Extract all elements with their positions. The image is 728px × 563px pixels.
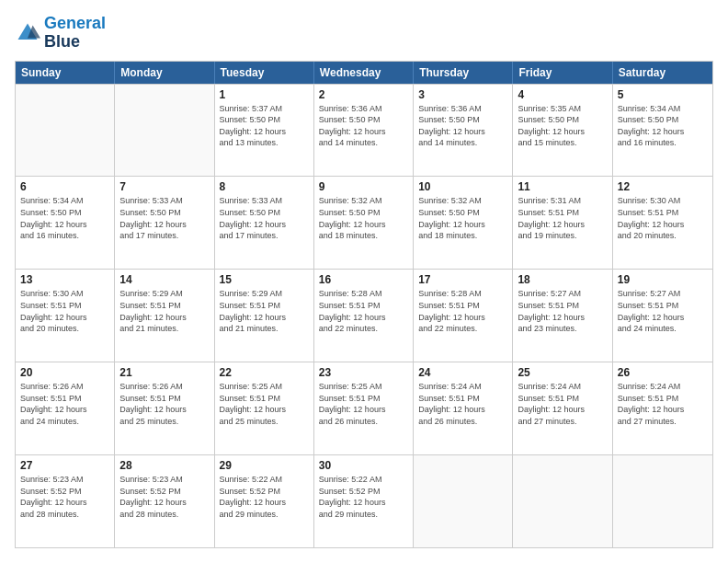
day-number: 22 — [220, 366, 309, 379]
day-number: 30 — [319, 459, 408, 472]
day-cell-10: 10Sunrise: 5:32 AM Sunset: 5:50 PM Dayli… — [414, 177, 513, 269]
day-number: 24 — [418, 366, 507, 379]
day-cell-empty — [16, 85, 115, 177]
calendar-row-5: 27Sunrise: 5:23 AM Sunset: 5:52 PM Dayli… — [16, 454, 712, 547]
day-cell-empty — [613, 455, 712, 547]
day-number: 13 — [20, 273, 109, 286]
header-day-thursday: Thursday — [414, 62, 513, 84]
logo-icon — [15, 20, 40, 46]
day-info: Sunrise: 5:24 AM Sunset: 5:51 PM Dayligh… — [518, 381, 607, 427]
day-info: Sunrise: 5:30 AM Sunset: 5:51 PM Dayligh… — [618, 195, 708, 241]
day-info: Sunrise: 5:24 AM Sunset: 5:51 PM Dayligh… — [418, 381, 507, 427]
header-day-saturday: Saturday — [613, 62, 712, 84]
day-info: Sunrise: 5:23 AM Sunset: 5:52 PM Dayligh… — [20, 474, 109, 520]
day-number: 11 — [518, 180, 607, 193]
day-info: Sunrise: 5:32 AM Sunset: 5:50 PM Dayligh… — [418, 195, 507, 241]
day-cell-24: 24Sunrise: 5:24 AM Sunset: 5:51 PM Dayli… — [414, 362, 513, 454]
day-number: 12 — [618, 180, 708, 193]
day-info: Sunrise: 5:30 AM Sunset: 5:51 PM Dayligh… — [20, 288, 109, 334]
day-number: 1 — [220, 88, 309, 101]
day-info: Sunrise: 5:22 AM Sunset: 5:52 PM Dayligh… — [220, 474, 309, 520]
day-info: Sunrise: 5:34 AM Sunset: 5:50 PM Dayligh… — [618, 103, 708, 149]
header-day-sunday: Sunday — [16, 62, 115, 84]
day-cell-28: 28Sunrise: 5:23 AM Sunset: 5:52 PM Dayli… — [115, 455, 214, 547]
day-cell-21: 21Sunrise: 5:26 AM Sunset: 5:51 PM Dayli… — [115, 362, 214, 454]
day-cell-7: 7Sunrise: 5:33 AM Sunset: 5:50 PM Daylig… — [115, 177, 214, 269]
day-info: Sunrise: 5:27 AM Sunset: 5:51 PM Dayligh… — [518, 288, 607, 334]
day-number: 3 — [418, 88, 507, 101]
day-number: 28 — [119, 459, 209, 472]
day-cell-27: 27Sunrise: 5:23 AM Sunset: 5:52 PM Dayli… — [16, 455, 115, 547]
day-cell-empty — [513, 455, 612, 547]
day-number: 16 — [319, 273, 408, 286]
day-cell-14: 14Sunrise: 5:29 AM Sunset: 5:51 PM Dayli… — [115, 270, 214, 362]
day-number: 29 — [220, 459, 309, 472]
day-cell-8: 8Sunrise: 5:33 AM Sunset: 5:50 PM Daylig… — [215, 177, 314, 269]
day-cell-6: 6Sunrise: 5:34 AM Sunset: 5:50 PM Daylig… — [16, 177, 115, 269]
day-number: 25 — [518, 366, 607, 379]
day-info: Sunrise: 5:24 AM Sunset: 5:51 PM Dayligh… — [618, 381, 708, 427]
day-number: 23 — [319, 366, 408, 379]
calendar-body: 1Sunrise: 5:37 AM Sunset: 5:50 PM Daylig… — [16, 84, 712, 547]
day-number: 14 — [119, 273, 209, 286]
day-info: Sunrise: 5:29 AM Sunset: 5:51 PM Dayligh… — [220, 288, 309, 334]
day-number: 10 — [418, 180, 507, 193]
day-cell-29: 29Sunrise: 5:22 AM Sunset: 5:52 PM Dayli… — [215, 455, 314, 547]
day-cell-20: 20Sunrise: 5:26 AM Sunset: 5:51 PM Dayli… — [16, 362, 115, 454]
day-cell-1: 1Sunrise: 5:37 AM Sunset: 5:50 PM Daylig… — [215, 85, 314, 177]
day-number: 21 — [119, 366, 209, 379]
day-info: Sunrise: 5:37 AM Sunset: 5:50 PM Dayligh… — [220, 103, 309, 149]
logo: General Blue — [15, 15, 106, 52]
day-number: 4 — [518, 88, 607, 101]
day-number: 5 — [618, 88, 708, 101]
day-info: Sunrise: 5:36 AM Sunset: 5:50 PM Dayligh… — [319, 103, 408, 149]
header-day-tuesday: Tuesday — [215, 62, 314, 84]
day-cell-19: 19Sunrise: 5:27 AM Sunset: 5:51 PM Dayli… — [613, 270, 712, 362]
day-number: 18 — [518, 273, 607, 286]
day-info: Sunrise: 5:28 AM Sunset: 5:51 PM Dayligh… — [418, 288, 507, 334]
day-info: Sunrise: 5:28 AM Sunset: 5:51 PM Dayligh… — [319, 288, 408, 334]
day-cell-22: 22Sunrise: 5:25 AM Sunset: 5:51 PM Dayli… — [215, 362, 314, 454]
header-day-monday: Monday — [115, 62, 214, 84]
day-number: 27 — [20, 459, 109, 472]
calendar: SundayMondayTuesdayWednesdayThursdayFrid… — [15, 61, 713, 548]
day-cell-16: 16Sunrise: 5:28 AM Sunset: 5:51 PM Dayli… — [314, 270, 414, 362]
day-info: Sunrise: 5:33 AM Sunset: 5:50 PM Dayligh… — [220, 195, 309, 241]
day-info: Sunrise: 5:25 AM Sunset: 5:51 PM Dayligh… — [220, 381, 309, 427]
day-number: 2 — [319, 88, 408, 101]
day-info: Sunrise: 5:36 AM Sunset: 5:50 PM Dayligh… — [418, 103, 507, 149]
day-cell-empty — [414, 455, 513, 547]
day-cell-26: 26Sunrise: 5:24 AM Sunset: 5:51 PM Dayli… — [613, 362, 712, 454]
day-cell-18: 18Sunrise: 5:27 AM Sunset: 5:51 PM Dayli… — [513, 270, 612, 362]
day-number: 9 — [319, 180, 408, 193]
calendar-header: SundayMondayTuesdayWednesdayThursdayFrid… — [16, 62, 712, 84]
header-day-friday: Friday — [513, 62, 612, 84]
day-number: 20 — [20, 366, 109, 379]
day-info: Sunrise: 5:26 AM Sunset: 5:51 PM Dayligh… — [20, 381, 109, 427]
day-cell-3: 3Sunrise: 5:36 AM Sunset: 5:50 PM Daylig… — [414, 85, 513, 177]
day-cell-15: 15Sunrise: 5:29 AM Sunset: 5:51 PM Dayli… — [215, 270, 314, 362]
day-cell-empty — [115, 85, 214, 177]
page: General Blue SundayMondayTuesdayWednesda… — [0, 0, 728, 563]
day-number: 26 — [618, 366, 708, 379]
calendar-row-3: 13Sunrise: 5:30 AM Sunset: 5:51 PM Dayli… — [16, 269, 712, 362]
day-number: 17 — [418, 273, 507, 286]
header-day-wednesday: Wednesday — [314, 62, 414, 84]
day-cell-4: 4Sunrise: 5:35 AM Sunset: 5:50 PM Daylig… — [513, 85, 612, 177]
day-info: Sunrise: 5:29 AM Sunset: 5:51 PM Dayligh… — [119, 288, 209, 334]
day-info: Sunrise: 5:32 AM Sunset: 5:50 PM Dayligh… — [319, 195, 408, 241]
day-cell-30: 30Sunrise: 5:22 AM Sunset: 5:52 PM Dayli… — [314, 455, 414, 547]
calendar-row-2: 6Sunrise: 5:34 AM Sunset: 5:50 PM Daylig… — [16, 176, 712, 269]
day-cell-12: 12Sunrise: 5:30 AM Sunset: 5:51 PM Dayli… — [613, 177, 712, 269]
day-number: 19 — [618, 273, 708, 286]
day-cell-9: 9Sunrise: 5:32 AM Sunset: 5:50 PM Daylig… — [314, 177, 414, 269]
day-info: Sunrise: 5:31 AM Sunset: 5:51 PM Dayligh… — [518, 195, 607, 241]
calendar-row-4: 20Sunrise: 5:26 AM Sunset: 5:51 PM Dayli… — [16, 362, 712, 454]
day-info: Sunrise: 5:35 AM Sunset: 5:50 PM Dayligh… — [518, 103, 607, 149]
day-number: 8 — [220, 180, 309, 193]
day-info: Sunrise: 5:33 AM Sunset: 5:50 PM Dayligh… — [119, 195, 209, 241]
logo-text: General Blue — [44, 15, 106, 52]
calendar-row-1: 1Sunrise: 5:37 AM Sunset: 5:50 PM Daylig… — [16, 84, 712, 177]
day-cell-11: 11Sunrise: 5:31 AM Sunset: 5:51 PM Dayli… — [513, 177, 612, 269]
day-info: Sunrise: 5:34 AM Sunset: 5:50 PM Dayligh… — [20, 195, 109, 241]
